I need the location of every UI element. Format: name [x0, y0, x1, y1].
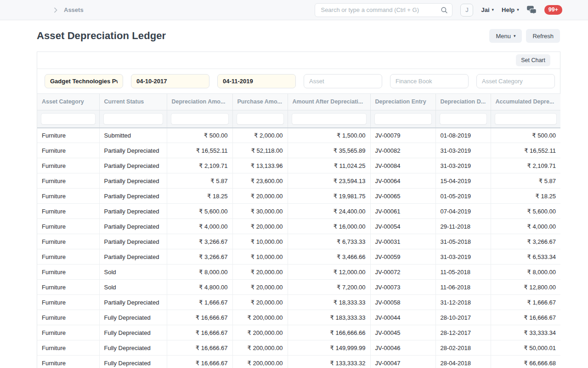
depreciation-entry-link[interactable]: JV-00054: [370, 219, 435, 234]
chevron-down-icon: ▾: [517, 8, 519, 12]
column-filter-input[interactable]: [41, 113, 96, 125]
table-cell: Fully Depreciated: [99, 356, 167, 368]
depreciation-entry-link[interactable]: JV-00072: [370, 264, 435, 280]
asset-category-filter[interactable]: [476, 74, 555, 88]
depreciation-entry-link[interactable]: JV-00084: [370, 158, 435, 173]
company-filter[interactable]: [45, 74, 123, 88]
depreciation-entry-link[interactable]: JV-00064: [370, 173, 435, 189]
table-cell: Partially Depreciated: [99, 143, 167, 158]
table-cell: ₹ 200,000.00: [232, 310, 288, 325]
breadcrumb-assets-link[interactable]: Assets: [64, 6, 84, 13]
table-cell: ₹ 2,000.00: [232, 128, 288, 143]
depreciation-entry-link[interactable]: JV-00065: [370, 189, 435, 204]
table-cell: Furniture: [37, 280, 99, 295]
depreciation-entry-link[interactable]: JV-00082: [370, 143, 435, 158]
column-filter-input[interactable]: [237, 113, 284, 125]
column-header[interactable]: Depreciation D...: [435, 94, 491, 110]
table-cell: ₹ 33,333.34: [491, 325, 560, 340]
table-cell: Furniture: [37, 234, 99, 249]
column-filter-input[interactable]: [374, 113, 432, 125]
table-cell: ₹ 23,594.13: [288, 173, 370, 189]
table-cell: 31-03-2019: [435, 143, 491, 158]
table-cell: ₹ 3,266.67: [491, 234, 560, 249]
depreciation-entry-link[interactable]: JV-00044: [370, 310, 435, 325]
column-filter-input[interactable]: [103, 113, 163, 125]
table-cell: Furniture: [37, 310, 99, 325]
depreciation-entry-link[interactable]: JV-00079: [370, 128, 435, 143]
table-cell: Partially Depreciated: [99, 158, 167, 173]
table-row: FurniturePartially Depreciated₹ 5.87₹ 23…: [37, 173, 560, 189]
column-header[interactable]: Amount After Depreciati...: [288, 94, 370, 110]
column-filter-input[interactable]: [440, 113, 487, 125]
table-row: FurniturePartially Depreciated₹ 18.25₹ 2…: [37, 189, 560, 204]
column-filter-cell: [288, 110, 370, 128]
column-filter-input[interactable]: [495, 113, 557, 125]
table-cell: Furniture: [37, 219, 99, 234]
table-cell: ₹ 1,666.67: [491, 295, 560, 310]
table-row: FurnitureSubmitted₹ 500.00₹ 2,000.00₹ 1,…: [37, 128, 560, 143]
menu-button[interactable]: Menu ▾: [489, 29, 522, 43]
table-cell: ₹ 2,109.71: [491, 158, 560, 173]
column-header[interactable]: Purchase Amo...: [232, 94, 288, 110]
column-filter-cell: [167, 110, 232, 128]
depreciation-entry-link[interactable]: JV-00031: [370, 234, 435, 249]
column-header[interactable]: Current Status: [99, 94, 167, 110]
table-cell: Furniture: [37, 295, 99, 310]
table-row: FurniturePartially Depreciated₹ 16,552.1…: [37, 143, 560, 158]
table-cell: ₹ 20,000.00: [232, 219, 288, 234]
column-header[interactable]: Depreciation Entry: [370, 94, 435, 110]
table-cell: ₹ 16,666.67: [167, 340, 232, 356]
table-cell: ₹ 3,266.67: [167, 234, 232, 249]
depreciation-entry-link[interactable]: JV-00047: [370, 356, 435, 368]
help-menu-label: Help: [502, 6, 514, 13]
table-cell: ₹ 10,000.00: [232, 249, 288, 264]
table-cell: Submitted: [99, 128, 167, 143]
search-input[interactable]: [315, 3, 452, 17]
help-menu[interactable]: Help ▾: [502, 6, 519, 13]
notification-badge[interactable]: 99+: [544, 5, 562, 15]
table-cell: ₹ 16,552.11: [167, 143, 232, 158]
depreciation-entry-link[interactable]: JV-00045: [370, 325, 435, 340]
column-header[interactable]: Asset Category: [37, 94, 99, 110]
to-date-filter[interactable]: [217, 74, 296, 88]
table-cell: ₹ 16,000.00: [288, 219, 370, 234]
table-row: FurnitureFully Depreciated₹ 16,666.67₹ 2…: [37, 325, 560, 340]
table-cell: Partially Depreciated: [99, 189, 167, 204]
column-header[interactable]: Depreciation Amo...: [167, 94, 232, 110]
table-cell: ₹ 6,533.34: [491, 249, 560, 264]
table-cell: ₹ 8,000.00: [167, 264, 232, 280]
column-filter-input[interactable]: [171, 113, 229, 125]
table-cell: 07-04-2019: [435, 204, 491, 219]
depreciation-entry-link[interactable]: JV-00058: [370, 295, 435, 310]
table-cell: 11-06-2018: [435, 280, 491, 295]
filter-bar: [37, 69, 560, 94]
column-filter-input[interactable]: [292, 113, 367, 125]
from-date-filter[interactable]: [131, 74, 209, 88]
column-header[interactable]: Accumulated Depre...: [491, 94, 560, 110]
depreciation-entry-link[interactable]: JV-00059: [370, 249, 435, 264]
table-cell: Furniture: [37, 158, 99, 173]
user-menu[interactable]: Jai ▾: [481, 6, 494, 13]
avatar[interactable]: J: [460, 4, 473, 17]
table-cell: ₹ 16,666.67: [491, 310, 560, 325]
column-filter-cell: [370, 110, 435, 128]
table-cell: 28-02-2018: [435, 340, 491, 356]
table-cell: ₹ 200,000.00: [232, 356, 288, 368]
page-title: Asset Depreciation Ledger: [37, 30, 166, 42]
table-cell: ₹ 4,000.00: [167, 219, 232, 234]
depreciation-entry-link[interactable]: JV-00073: [370, 280, 435, 295]
set-chart-button[interactable]: Set Chart: [516, 54, 550, 66]
table-row: FurnitureFully Depreciated₹ 16,666.67₹ 2…: [37, 340, 560, 356]
table-cell: ₹ 16,666.67: [167, 356, 232, 368]
finance-book-filter[interactable]: [390, 74, 469, 88]
refresh-button[interactable]: Refresh: [526, 29, 560, 43]
depreciation-entry-link[interactable]: JV-00061: [370, 204, 435, 219]
asset-filter[interactable]: [304, 74, 382, 88]
table-row: FurniturePartially Depreciated₹ 1,666.67…: [37, 295, 560, 310]
table-cell: 28-12-2017: [435, 325, 491, 340]
chat-icon[interactable]: [527, 6, 537, 14]
depreciation-entry-link[interactable]: JV-00046: [370, 340, 435, 356]
table-cell: ₹ 35,565.89: [288, 143, 370, 158]
column-filter-cell: [37, 110, 99, 128]
table-cell: ₹ 12,800.00: [491, 280, 560, 295]
